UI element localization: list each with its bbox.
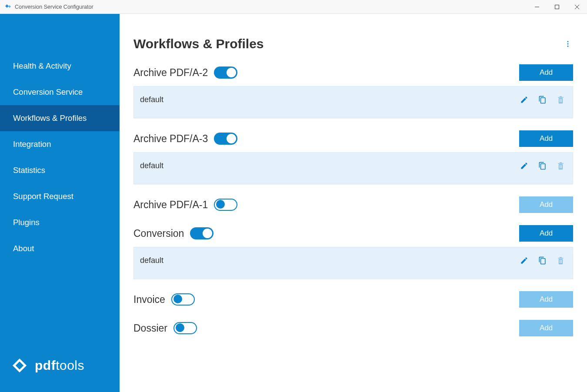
profile-actions xyxy=(520,161,565,170)
workflow-toggle[interactable] xyxy=(214,133,237,145)
profile-row[interactable]: default xyxy=(133,86,573,118)
page-menu-button[interactable] xyxy=(563,39,573,49)
workflow-header: DossierAdd xyxy=(133,320,573,336)
duplicate-profile-button-icon xyxy=(538,256,547,265)
maximize-button[interactable] xyxy=(547,0,567,14)
delete-profile-button[interactable] xyxy=(556,95,565,104)
profile-row[interactable]: default xyxy=(133,152,573,184)
duplicate-profile-button-icon xyxy=(538,162,547,170)
sidebar-nav: Health & Activity Conversion Service Wor… xyxy=(0,14,120,262)
duplicate-profile-button-icon xyxy=(538,96,547,104)
app-icon xyxy=(4,3,11,10)
titlebar: Conversion Service Configurator xyxy=(0,0,587,14)
workflow: Archive PDF/A-2Adddefault xyxy=(133,64,573,118)
delete-profile-button[interactable] xyxy=(556,256,565,265)
sidebar-item-workflows-profiles[interactable]: Workflows & Profiles xyxy=(0,105,120,131)
page-title: Workflows & Profiles xyxy=(133,37,264,51)
delete-profile-button-icon xyxy=(557,96,565,104)
delete-profile-button-icon xyxy=(557,162,565,170)
window-controls xyxy=(527,0,587,14)
vertical-dots-icon xyxy=(564,40,572,48)
workflow: ConversionAdddefault xyxy=(133,225,573,279)
sidebar-item-plugins[interactable]: Plugins xyxy=(0,209,120,236)
close-button[interactable] xyxy=(567,0,587,14)
pdftools-logo-icon xyxy=(10,356,30,375)
workflow-header: Archive PDF/A-2Add xyxy=(133,64,573,81)
workflow-toggle[interactable] xyxy=(214,66,237,79)
workflow-toggle[interactable] xyxy=(190,227,213,239)
workflow-title: Archive PDF/A-2 xyxy=(133,67,208,79)
workflow-title: Dossier xyxy=(133,322,167,334)
add-profile-button: Add xyxy=(519,320,573,336)
duplicate-profile-button[interactable] xyxy=(538,95,547,104)
workflow-toggle[interactable] xyxy=(214,199,237,211)
workflow-toggle[interactable] xyxy=(171,293,195,306)
duplicate-profile-button[interactable] xyxy=(538,256,547,265)
workflow-header: Archive PDF/A-1Add xyxy=(133,196,573,213)
sidebar-item-statistics[interactable]: Statistics xyxy=(0,157,120,183)
profile-name: default xyxy=(140,161,163,170)
window-title: Conversion Service Configurator xyxy=(15,4,93,10)
sidebar-item-health-activity[interactable]: Health & Activity xyxy=(0,53,120,79)
profile-name: default xyxy=(140,256,163,265)
workflow-title: Conversion xyxy=(133,228,184,239)
brand-text: pdftools xyxy=(35,358,84,373)
workflow-title: Archive PDF/A-1 xyxy=(133,199,208,211)
edit-profile-button[interactable] xyxy=(520,161,528,170)
workflow: Archive PDF/A-3Adddefault xyxy=(133,130,573,184)
profile-actions xyxy=(520,95,565,104)
sidebar-item-conversion-service[interactable]: Conversion Service xyxy=(0,79,120,105)
sidebar-brand: pdftools xyxy=(0,356,120,392)
sidebar-item-support-request[interactable]: Support Request xyxy=(0,183,120,209)
add-profile-button: Add xyxy=(519,196,573,213)
add-profile-button[interactable]: Add xyxy=(519,130,573,147)
delete-profile-button-icon xyxy=(557,256,565,265)
workflow-title: Invoice xyxy=(133,294,165,306)
add-profile-button: Add xyxy=(519,291,573,308)
profile-row[interactable]: default xyxy=(133,247,573,279)
edit-profile-button[interactable] xyxy=(520,256,528,265)
edit-profile-button-icon xyxy=(520,96,528,104)
edit-profile-button[interactable] xyxy=(520,95,528,104)
profile-name: default xyxy=(140,95,163,104)
main-content: Workflows & Profiles Archive PDF/A-2Addd… xyxy=(120,14,587,392)
workflow-header: ConversionAdd xyxy=(133,225,573,242)
workflow: DossierAdd xyxy=(133,320,573,336)
workflow-header: Archive PDF/A-3Add xyxy=(133,130,573,147)
sidebar-item-integration[interactable]: Integration xyxy=(0,131,120,157)
workflow: InvoiceAdd xyxy=(133,291,573,308)
minimize-button[interactable] xyxy=(527,0,547,14)
workflow: Archive PDF/A-1Add xyxy=(133,196,573,213)
sidebar-item-about[interactable]: About xyxy=(0,236,120,262)
add-profile-button[interactable]: Add xyxy=(519,64,573,81)
sidebar: Health & Activity Conversion Service Wor… xyxy=(0,14,120,392)
svg-rect-4 xyxy=(555,5,559,9)
delete-profile-button[interactable] xyxy=(556,161,565,170)
edit-profile-button-icon xyxy=(520,256,528,265)
edit-profile-button-icon xyxy=(520,162,528,170)
profile-actions xyxy=(520,256,565,265)
workflow-title: Archive PDF/A-3 xyxy=(133,133,208,145)
add-profile-button[interactable]: Add xyxy=(519,225,573,242)
duplicate-profile-button[interactable] xyxy=(538,161,547,170)
workflow-header: InvoiceAdd xyxy=(133,291,573,308)
workflow-toggle[interactable] xyxy=(173,322,197,334)
page-header: Workflows & Profiles xyxy=(133,37,573,51)
